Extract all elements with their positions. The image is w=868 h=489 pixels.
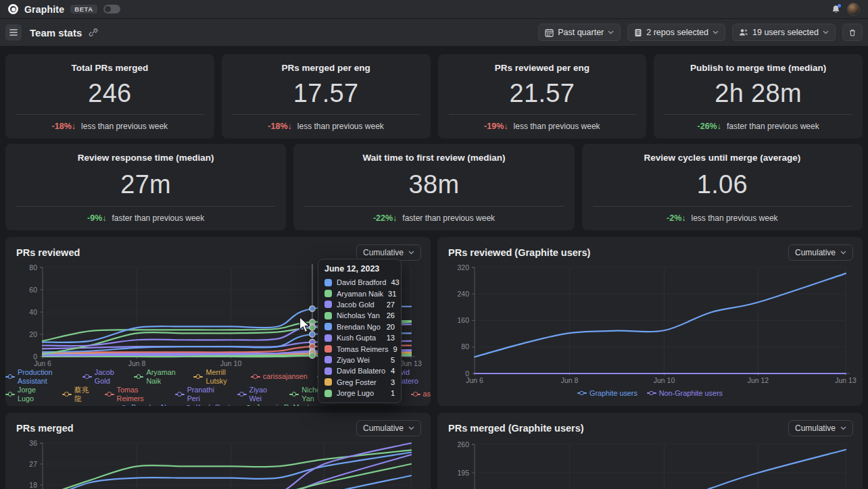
legend-item[interactable]: Production Assistant xyxy=(5,368,73,385)
stat-divider xyxy=(593,206,852,207)
legend-item[interactable]: 蔡兆龍 xyxy=(62,386,95,403)
graphite-logo-icon xyxy=(8,4,18,14)
svg-text:60: 60 xyxy=(29,286,37,294)
legend-label: Production Assistant xyxy=(18,368,73,385)
legend-label: Kush Gupta xyxy=(196,403,235,406)
legend-item[interactable]: Tomas Reimers xyxy=(105,386,166,403)
filter-label: 19 users selected xyxy=(752,28,819,37)
legend-item[interactable]: Non-Graphite users xyxy=(647,389,723,398)
legend-item[interactable]: Aryaman Naik xyxy=(134,368,184,385)
cumulative-dropdown[interactable]: Cumulative xyxy=(788,420,853,436)
tooltip-swatch xyxy=(324,390,332,397)
svg-text:80: 80 xyxy=(461,342,469,351)
legend-label: 蔡兆龍 xyxy=(74,386,95,403)
tooltip-row: Jorge Lugo1 xyxy=(324,388,395,398)
legend-marker-icon xyxy=(193,374,203,380)
legend-label: Tomas Reimers xyxy=(117,386,166,403)
stat-divider xyxy=(304,206,563,207)
legend-marker-icon xyxy=(647,390,656,396)
filter-label: 2 repos selected xyxy=(646,28,708,37)
tooltip-swatch xyxy=(324,345,332,353)
stat-delta: -18%↓ xyxy=(52,122,76,131)
stat-value: 38m xyxy=(409,163,460,206)
tooltip-name: David Bradford xyxy=(337,278,386,286)
stat-footnote: -18%↓less than previous week xyxy=(52,122,168,131)
filter-calendar[interactable]: Past quarter xyxy=(538,24,621,41)
stat-title: Review cycles until merge (average) xyxy=(644,153,800,163)
topbar: Graphite BETA xyxy=(0,0,868,19)
chart-legend: Graphite usersNon-Graphite users xyxy=(437,389,863,398)
cumulative-dropdown[interactable]: Cumulative xyxy=(788,244,853,261)
menu-button[interactable] xyxy=(5,24,22,41)
legend-label: Non-Graphite users xyxy=(659,389,723,398)
theme-toggle[interactable] xyxy=(103,5,120,14)
filter-repo[interactable]: 2 repos selected xyxy=(627,24,725,41)
legend-item[interactable]: Jorge Lugo xyxy=(5,386,53,403)
legend-marker-icon xyxy=(577,390,587,396)
beta-badge: BETA xyxy=(70,5,97,14)
svg-text:20: 20 xyxy=(29,330,37,338)
svg-text:18: 18 xyxy=(29,481,37,489)
svg-text:40: 40 xyxy=(29,308,37,316)
legend-label: Jorge Lugo xyxy=(18,386,53,403)
legend-item[interactable]: Merrill Lutsky xyxy=(193,368,241,385)
tooltip-swatch xyxy=(324,367,332,375)
chart-tooltip: June 12, 2023 David Bradford43Aryaman Na… xyxy=(318,259,402,403)
stat-delta-note: less than previous week xyxy=(692,213,778,223)
stat-delta-note: faster than previous week xyxy=(112,213,205,223)
svg-text:320: 320 xyxy=(457,263,469,272)
stat-footnote: -19%↓less than previous week xyxy=(484,122,600,131)
user-avatar[interactable] xyxy=(847,3,860,16)
legend-item[interactable]: Pranathi Peri xyxy=(175,386,228,403)
stat-delta-note: faster than previous week xyxy=(727,122,819,131)
filter-users[interactable]: 19 users selected xyxy=(732,24,836,41)
legend-marker-icon xyxy=(105,392,114,397)
svg-text:36: 36 xyxy=(29,439,37,447)
stat-value: 1.06 xyxy=(697,163,748,206)
svg-text:195: 195 xyxy=(457,469,469,477)
stat-value: 27m xyxy=(120,163,171,206)
legend-marker-icon xyxy=(119,405,128,406)
toggle-knob xyxy=(105,6,111,12)
tooltip-name: Tomas Reimers xyxy=(337,345,388,353)
tooltip-name: Nicholas Yan xyxy=(337,311,382,319)
stat-card: PRs merged per eng17.57-18%↓less than pr… xyxy=(222,54,431,138)
legend-item[interactable]: carissajansen xyxy=(251,372,308,381)
tooltip-row: Brendan Ngo20 xyxy=(324,321,395,332)
tooltip-value: 20 xyxy=(387,323,395,331)
tooltip-swatch xyxy=(324,356,332,363)
legend-item[interactable]: Ziyao Wei xyxy=(237,386,281,403)
legend-marker-icon xyxy=(82,374,92,380)
tooltip-value: 26 xyxy=(387,311,395,319)
legend-row: Brendan NgoKush GuptaJoaquin R. Montes xyxy=(5,403,431,406)
notifications-bell-icon[interactable] xyxy=(831,5,840,14)
legend-item[interactable]: Jacob Gold xyxy=(82,368,125,385)
stat-title: PRs merged per eng xyxy=(281,63,370,73)
legend-item[interactable]: Kush Gupta xyxy=(184,403,235,406)
cumulative-dropdown[interactable]: Cumulative xyxy=(356,420,421,436)
tooltip-swatch xyxy=(324,301,332,308)
tooltip-row: David Bradford43 xyxy=(324,277,395,288)
legend-item[interactable]: Joaquin R. Montes xyxy=(244,403,317,406)
stat-card: Publish to merge time (median)2h 28m-26%… xyxy=(654,54,863,138)
chart-prs-merged-graphite: PRs merged (Graphite users) Cumulative 1… xyxy=(437,413,863,489)
chart-prs-reviewed-graphite: PRs reviewed (Graphite users) Cumulative… xyxy=(437,237,863,406)
stat-card: PRs reviewed per eng21.57-19%↓less than … xyxy=(438,54,647,138)
copy-link-button[interactable] xyxy=(89,28,98,37)
legend-item[interactable]: Graphite users xyxy=(577,389,637,398)
stat-delta: -2%↓ xyxy=(667,213,685,223)
legend-label: Graphite users xyxy=(589,389,637,398)
legend-label: carissajansen xyxy=(263,372,308,381)
delete-dashboard-button[interactable] xyxy=(842,24,863,41)
legend-item[interactable]: as xyxy=(411,390,431,398)
legend-item[interactable]: Brendan Ngo xyxy=(119,403,174,406)
chevron-down-icon xyxy=(408,251,414,255)
repo-icon xyxy=(634,28,642,37)
legend-marker-icon xyxy=(134,374,143,380)
stat-title: Wait time to first review (median) xyxy=(362,153,505,163)
link-icon xyxy=(89,28,98,37)
tooltip-row: Jacob Gold27 xyxy=(324,299,395,310)
brand-name: Graphite xyxy=(24,4,64,15)
legend-marker-icon xyxy=(62,392,72,397)
svg-text:260: 260 xyxy=(457,440,469,448)
